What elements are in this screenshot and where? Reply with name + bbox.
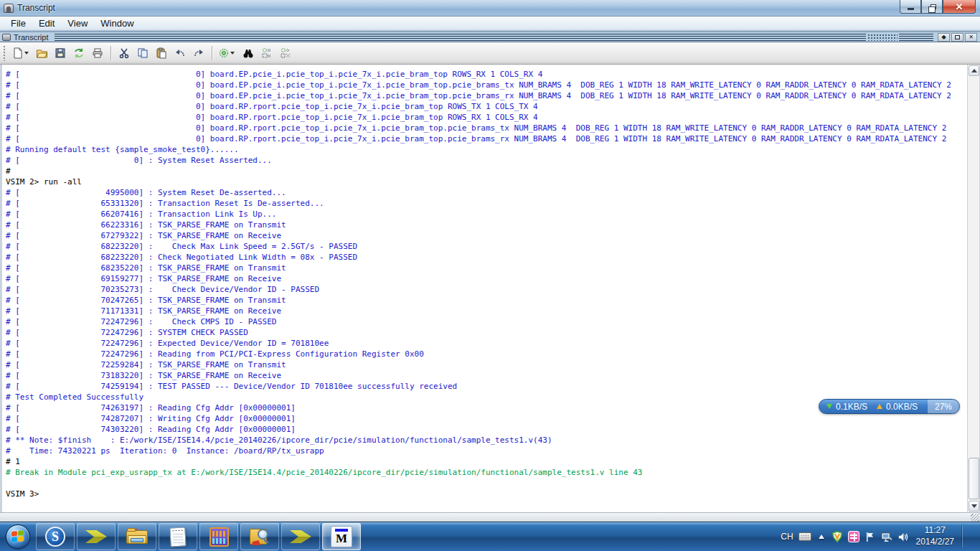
paste-button[interactable] [152, 44, 171, 62]
undo-button[interactable] [171, 44, 189, 62]
save-button[interactable] [51, 44, 70, 62]
transcript-line: # 1 [6, 456, 967, 467]
explorer-folder-icon [126, 528, 148, 545]
windows-flag-icon [11, 530, 24, 543]
sogou-icon: S [45, 527, 65, 547]
taskbar-launcher-arrow-1[interactable] [77, 523, 116, 550]
panel-undock-button[interactable] [951, 33, 963, 42]
taskbar-launcher-arrow-2[interactable] [281, 523, 320, 550]
scroll-up-button[interactable] [969, 65, 979, 76]
menu-item-edit[interactable]: Edit [32, 17, 61, 30]
show-desktop-button[interactable] [968, 522, 974, 551]
action-center-flag-icon[interactable] [864, 532, 875, 542]
taskbar-notepad[interactable] [159, 523, 197, 550]
language-indicator[interactable]: CH [781, 532, 793, 542]
upload-speed: 0.0KB/S [886, 402, 918, 412]
windows-orb-icon [6, 524, 30, 549]
transcript-line: # [ 0] board.EP.pcie_i.pcie_top_i.pcie_7… [6, 69, 967, 80]
panel-header-stripes [899, 34, 933, 41]
transcript-line: # [ 0] board.EP.pcie_i.pcie_top_i.pcie_7… [6, 90, 967, 101]
redo-icon [193, 47, 204, 59]
close-button[interactable]: ✕ [943, 0, 976, 14]
window-controls: ✕ [900, 0, 976, 14]
shield-icon[interactable] [831, 531, 843, 542]
toolbar-grip[interactable] [3, 45, 6, 61]
copy-button[interactable] [133, 44, 152, 62]
panel-drag-grip[interactable] [867, 34, 897, 41]
transcript-line: # Running default test {sample_smoke_tes… [6, 144, 967, 155]
panel-header[interactable]: Transcript ◆ ✕ [0, 32, 980, 42]
transcript-line: # [ 70247265] : TSK_PARSE_FRAME on Trans… [6, 295, 967, 306]
transcript-line: # ** Note: $finish : E:/work/ISE/ISE14.4… [6, 435, 967, 446]
transcript-console[interactable]: # [ 0] board.EP.pcie_i.pcie_top_i.pcie_7… [0, 65, 980, 512]
download-arrow-icon [826, 404, 832, 409]
transcript-line: # [ 0] board.RP.rport.pcie_top_i.pcie_7x… [6, 123, 967, 133]
minimize-button[interactable] [900, 0, 921, 14]
print-button[interactable] [88, 44, 107, 62]
transcript-output[interactable]: # [ 0] board.EP.pcie_i.pcie_top_i.pcie_7… [2, 65, 967, 512]
network-icon[interactable] [880, 532, 892, 542]
transcript-line: # [ 0] board.RP.rport.pcie_top_i.pcie_7x… [6, 133, 967, 144]
transcript-line: VSIM 2> run -all [6, 176, 967, 187]
taskbar-sogou-browser[interactable]: S [36, 523, 75, 550]
menu-item-window[interactable]: Window [94, 17, 140, 30]
transcript-line: # Time: 74320221 ps Iteration: 0 Instanc… [6, 446, 967, 456]
upload-arrow-icon [877, 404, 882, 409]
start-button[interactable] [2, 523, 34, 550]
cut-button[interactable] [115, 44, 133, 62]
transcript-line: # [ 71171331] : TSK_PARSE_FRAME on Recei… [6, 306, 967, 316]
taskbar-dictionary-app[interactable] [199, 523, 238, 550]
transcript-line: # [ 72259284] : TSK_PARSE_FRAME on Trans… [6, 359, 967, 370]
panel-icon [2, 34, 11, 41]
yellow-arrow-icon [290, 528, 311, 545]
taskbar-modelsim[interactable]: M [322, 523, 361, 550]
transcript-line: # [ 74303220] : Reading Cfg Addr [0x0000… [6, 424, 967, 435]
panel-buttons: ◆ ✕ [933, 33, 980, 42]
toolbar-separator [212, 46, 212, 60]
transcript-line: # [ 72247296] : Reading from PCI/PCI-Exp… [6, 349, 967, 359]
app-icon [4, 4, 14, 13]
transcript-line: # [ 72247296] : Check CMPS ID - PASSED [6, 316, 967, 327]
restore-button[interactable] [921, 0, 943, 14]
keyboard-icon[interactable] [798, 532, 811, 541]
dictionary-app-icon [209, 527, 229, 547]
open-file-icon [36, 47, 48, 59]
locate-button[interactable] [216, 44, 239, 62]
show-hidden-icons-button[interactable] [819, 534, 824, 539]
panel-zoom-button[interactable]: ◆ [938, 33, 950, 42]
clear-highlights-button[interactable] [276, 44, 295, 62]
scroll-down-button[interactable] [969, 501, 979, 512]
resize-grip[interactable] [971, 514, 979, 522]
close-icon: ✕ [956, 2, 963, 11]
panel-close-button[interactable]: ✕ [965, 33, 977, 42]
cut-icon [118, 47, 130, 59]
window-bottom-strip [0, 512, 980, 522]
taskbar-windows-explorer[interactable] [118, 523, 156, 550]
open-file-button[interactable] [32, 44, 51, 62]
su-dictionary-icon[interactable] [848, 531, 859, 542]
vertical-scrollbar[interactable] [967, 65, 979, 512]
new-file-button[interactable] [9, 44, 32, 62]
save-icon [55, 47, 66, 59]
transcript-line: # [ 0] board.RP.rport.pcie_top_i.pcie_7x… [6, 101, 967, 112]
toolbar [0, 42, 980, 65]
memory-percent-badge[interactable]: 27% [928, 400, 959, 413]
transcript-line: # Break in Module pci_exp_usrapp_tx at E… [6, 467, 967, 478]
scrollbar-thumb[interactable] [969, 458, 979, 499]
menu-item-view[interactable]: View [61, 17, 94, 30]
find-in-files-icon [261, 47, 273, 59]
taskbar-picture-viewer[interactable] [240, 523, 279, 550]
netspeed-overlay[interactable]: 0.1KB/S 0.0KB/S 27% [819, 399, 960, 414]
picture-viewer-icon [250, 527, 270, 546]
transcript-line: # [6, 166, 967, 176]
reload-button[interactable] [70, 44, 88, 62]
modelsim-icon: M [331, 526, 352, 547]
clock[interactable]: 11:27 2014/2/27 [913, 525, 957, 547]
find-button[interactable] [239, 44, 258, 62]
menu-item-file[interactable]: File [4, 17, 32, 30]
redo-button[interactable] [189, 44, 208, 62]
speaker-icon[interactable] [897, 532, 908, 542]
find-in-files-button[interactable] [258, 44, 276, 62]
netspeed-values: 0.1KB/S 0.0KB/S [819, 402, 928, 412]
transcript-line: # [ 0] board.EP.pcie_i.pcie_top_i.pcie_7… [6, 80, 967, 90]
